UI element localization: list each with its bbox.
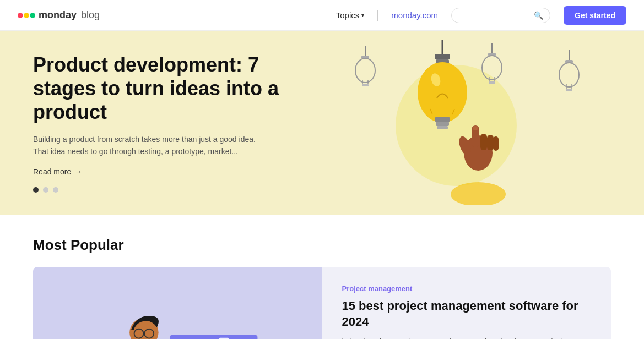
nav-links: Topics ▾ monday.com 🔍 Get started — [336, 6, 626, 25]
arrow-icon: → — [74, 167, 82, 176]
search-box: 🔍 — [451, 8, 550, 23]
svg-point-18 — [559, 63, 579, 87]
svg-point-6 — [355, 58, 375, 83]
svg-rect-29 — [435, 117, 450, 122]
carousel-dot-2[interactable] — [43, 187, 48, 193]
article-category[interactable]: Project management — [342, 285, 592, 293]
chevron-down-icon: ▾ — [361, 12, 364, 18]
svg-rect-42 — [170, 335, 257, 339]
svg-rect-35 — [480, 134, 487, 150]
svg-rect-15 — [489, 81, 495, 84]
svg-rect-21 — [566, 89, 572, 91]
search-input[interactable] — [458, 11, 529, 20]
svg-point-0 — [18, 13, 23, 18]
svg-point-2 — [30, 13, 35, 18]
nav-divider — [377, 10, 378, 21]
logo-blog-text: blog — [81, 9, 100, 21]
svg-point-1 — [24, 13, 29, 18]
read-more-label: Read more — [33, 167, 71, 176]
svg-rect-36 — [487, 135, 494, 150]
most-popular-section: Most Popular — [0, 215, 644, 339]
logo-monday-text: monday — [39, 9, 77, 21]
hero-section: Product development: 7 stages to turn id… — [0, 31, 644, 215]
hero-svg — [324, 40, 610, 205]
search-icon[interactable]: 🔍 — [534, 11, 543, 20]
svg-rect-23 — [435, 54, 450, 59]
svg-point-25 — [418, 62, 467, 123]
most-popular-title: Most Popular — [33, 237, 611, 254]
svg-rect-31 — [437, 126, 448, 129]
svg-point-38 — [473, 126, 478, 130]
popular-grid: Project management 15 best project manag… — [33, 267, 611, 339]
carousel-dots — [33, 187, 297, 193]
svg-rect-30 — [436, 122, 449, 126]
hero-title: Product development: 7 stages to turn id… — [33, 53, 297, 124]
topics-label: Topics — [336, 10, 360, 20]
logo-icon — [18, 10, 35, 21]
svg-point-39 — [451, 182, 506, 205]
article-description: Let us introduce you to our extensive re… — [342, 336, 592, 339]
monday-link[interactable]: monday.com — [391, 10, 438, 20]
hero-description: Building a product from scratch takes mo… — [33, 133, 264, 158]
popular-image-card[interactable] — [33, 267, 322, 339]
read-more-link[interactable]: Read more → — [33, 167, 297, 176]
svg-point-12 — [482, 56, 502, 80]
popular-text-card: Project management 15 best project manag… — [322, 267, 611, 339]
topics-menu[interactable]: Topics ▾ — [336, 10, 365, 20]
article-title[interactable]: 15 best project management software for … — [342, 298, 592, 330]
navbar: monday blog Topics ▾ monday.com 🔍 Get st… — [0, 0, 644, 31]
logo[interactable]: monday blog — [18, 9, 100, 21]
carousel-dot-1[interactable] — [33, 187, 39, 193]
popular-illustration — [33, 282, 322, 339]
svg-rect-9 — [362, 84, 369, 86]
svg-rect-37 — [493, 136, 499, 151]
get-started-button[interactable]: Get started — [564, 6, 626, 25]
carousel-dot-3[interactable] — [53, 187, 58, 193]
hero-illustration — [290, 31, 644, 215]
hero-content: Product development: 7 stages to turn id… — [33, 53, 297, 193]
